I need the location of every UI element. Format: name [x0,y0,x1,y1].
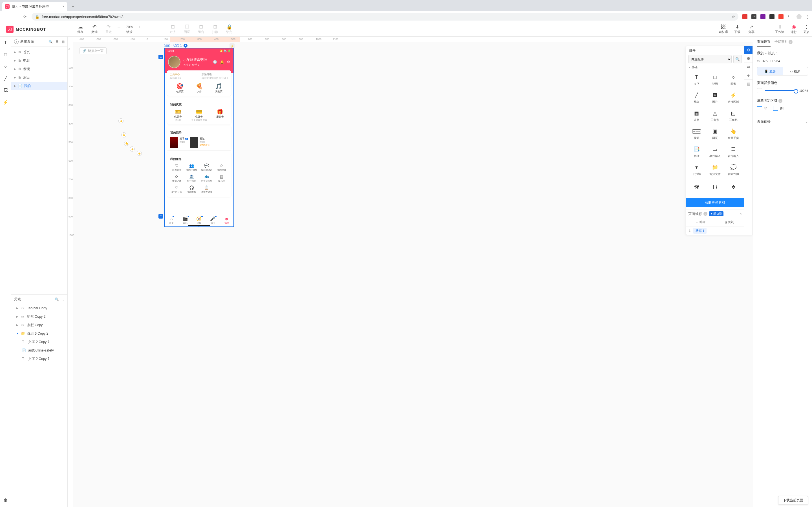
service-item[interactable]: 👥我的小聚场 [185,163,199,172]
tab-page-settings[interactable]: 页面设置 [757,40,770,47]
record-item[interactable]: 想看新共1部 [170,137,188,148]
component-cell[interactable]: 🗺 [688,179,705,196]
line-tool-icon[interactable]: ╱ [3,75,8,81]
component-cell[interactable]: □矩形 [706,71,724,89]
comp-rail-tab[interactable]: ⬢ [744,54,753,63]
layer-button[interactable]: ❐图层 [180,24,194,34]
search-icon[interactable]: 🔍 [55,297,59,301]
url-field[interactable]: 🔒 free.modao.cc/app/experience/mtk56fma7… [32,13,739,20]
chevron-down-icon[interactable]: ⌄ [62,297,64,301]
canvas[interactable]: -400-300-200-100010020030040050060070080… [68,37,753,507]
add-state-icon[interactable]: + [184,44,188,48]
circle-tool-icon[interactable]: ○ [3,64,8,69]
element-row[interactable]: ▶ ▭ 矩形 Copy 2 [11,313,67,321]
service-item[interactable]: ☆我的收藏 [214,163,229,172]
ticket-item[interactable]: 🎵演出票 [215,83,222,94]
component-cell[interactable]: 💭聊天气泡 [725,161,742,179]
coupon-item[interactable]: 🎫优惠券共1张 [174,109,182,122]
hotspot-dot[interactable]: 👆 [137,151,142,156]
ext-icon[interactable] [742,14,748,19]
component-cell[interactable]: 🎞 [706,179,724,196]
ext-icon[interactable] [769,14,774,19]
help-icon[interactable]: ? [778,99,782,103]
clock-icon[interactable]: 🕐 [213,60,217,64]
component-cell[interactable]: ⚡链接区域 [725,89,742,107]
get-more-assets-button[interactable]: 获取更多素材 [686,198,744,207]
component-cell[interactable]: ◺三角形 [725,107,742,124]
component-cell[interactable]: 🖼图片 [706,89,724,107]
run-button[interactable]: ◉运行 [786,24,801,34]
element-row[interactable]: ▶ ▭ Tab bar Copy [11,304,67,313]
copy-state-button[interactable]: ⎘ 复制 [715,218,744,226]
landscape-button[interactable]: ▭ 横屏 [783,67,808,75]
page-tree-item[interactable]: ▶ 🗎 发现 [11,65,67,73]
profile-avatar[interactable] [797,14,802,19]
search-icon[interactable]: 🔍 [49,40,53,44]
component-cell[interactable]: ☰多行输入 [725,143,742,161]
component-cell[interactable]: 👆全局手势 [725,125,742,143]
element-row[interactable]: 📄 antOutline-safety [11,346,67,355]
page-tree-item[interactable]: ▶ 🗎 电影 [11,56,67,65]
group-button[interactable]: ⊡组合 [194,24,208,34]
color-swatch[interactable] [757,88,762,93]
forward-icon[interactable]: → [12,15,18,19]
zoom-in-button[interactable]: + [137,24,143,34]
avatar[interactable] [168,56,181,68]
component-cell[interactable]: ○圆形 [725,71,742,89]
page-tree-item[interactable]: ▶ 🗎 首页 [11,48,67,56]
component-cell[interactable]: ✲ [725,179,742,196]
zoom-out-button[interactable]: − [116,24,122,34]
width-value[interactable]: 375 [762,59,767,63]
ext-icon[interactable] [778,14,783,19]
help-icon[interactable]: ? [789,40,793,44]
fixed-top[interactable]: 44 [757,106,767,111]
component-cell[interactable]: Button按钮 [688,125,705,143]
download-page-button[interactable]: 下载当前页面 [778,496,808,505]
height-value[interactable]: 964 [774,59,780,63]
zoom-indicator[interactable]: 70%缩放 [122,24,137,34]
lock-button[interactable]: 🔒锁定 [222,24,236,34]
page-tree-item[interactable]: ▶ 🗎 演出 [11,73,67,82]
back-icon[interactable]: ← [3,15,8,19]
state-row[interactable]: 1状态 1 [686,226,744,235]
vip-upgrade-sub[interactable]: 再积174经验值可升级 > [202,76,229,80]
kebab-icon[interactable]: ⋮ [806,15,809,19]
artboard-label[interactable]: 我的 - 状态 1 + [164,43,188,48]
element-row[interactable]: T 文字 2 Copy 7 [11,355,67,363]
hotspot-dot[interactable]: 👆 [118,118,123,123]
workflow-button[interactable]: ⫴工作流 [772,24,786,34]
text-tool-icon[interactable]: T [3,40,8,46]
list-icon[interactable]: ☰ [56,40,59,44]
save-button[interactable]: ☁保存 [73,24,87,34]
search-icon[interactable]: 🔍 [733,55,742,63]
element-row[interactable]: T 文字 2 Copy 7 [11,338,67,346]
portrait-button[interactable]: 📱 竖屏 [757,67,783,75]
service-item[interactable]: 🐟阿里众筹鱼 [200,174,213,182]
help-icon[interactable]: ? [703,212,707,216]
rect-tool-icon[interactable]: □ [3,52,8,57]
trash-icon[interactable]: 🗑 [3,497,8,503]
hotspot-dot[interactable]: 👆 [121,132,126,137]
artboard-phone[interactable]: 12:00 📶📡🔋 小年糕遭雷劈啦 关注 0 粉丝 0 🕐 🔔 ⚙ [164,48,234,227]
component-cell[interactable]: ▾下拉框 [688,161,705,179]
component-cell[interactable]: △三角形 [706,107,724,124]
comp-rail-tab[interactable]: ⇄ [744,63,753,71]
undo-button[interactable]: ↶撤销 [87,24,101,34]
coupon-item[interactable]: 🎁乐影卡 [216,109,224,122]
fixed-bottom[interactable]: 84 [773,106,783,111]
ext-icon[interactable]: ♪ [788,14,793,19]
record-item[interactable]: 看过共4部3部待评价 [190,137,210,148]
reload-icon[interactable]: ⟳ [22,15,28,19]
share-button[interactable]: ↗分享 [744,24,758,34]
ticket-item[interactable]: 🎯电影票 [176,83,184,94]
grid-icon[interactable]: ▦ [61,40,64,44]
element-row[interactable]: ▼ 📁 群组 6 Copy 2 [11,329,67,338]
component-cell[interactable]: 📑批注 [688,143,705,161]
component-category[interactable]: 基础 [686,63,744,71]
add-state-button[interactable]: ＋ 新建 [686,218,715,226]
link-previous-pill[interactable]: 🔗链接上一页 [80,47,107,54]
opacity-slider[interactable] [765,90,797,91]
browser-tab[interactable]: 刀 墨刀 - 电影演出票务原型 × [2,2,67,11]
comp-rail-tab[interactable]: ☻ [744,71,753,80]
component-cell[interactable]: ▣网页 [706,125,724,143]
